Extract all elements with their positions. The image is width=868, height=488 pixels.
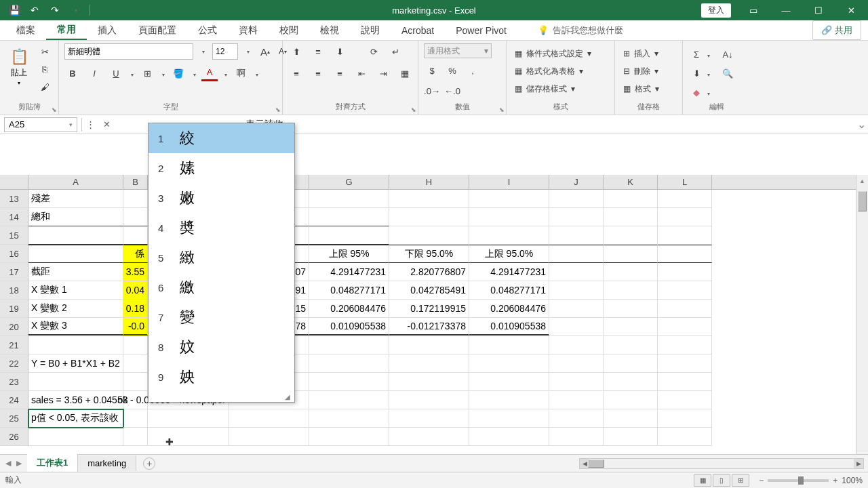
cell[interactable] [389,409,469,428]
column-header[interactable]: J [549,175,604,189]
tab-file[interactable]: 檔案 [5,20,46,40]
insert-cells-button[interactable]: ⊞ 插入 ▾ [620,46,662,61]
select-all-corner[interactable] [0,175,28,189]
column-header[interactable]: K [604,175,658,189]
cell[interactable]: 截距 [28,263,123,281]
cell[interactable]: 下限 95.0% [389,245,469,263]
scrollbar-thumb[interactable] [588,460,604,468]
cell[interactable] [123,226,148,245]
cell[interactable]: 0.010905538 [469,318,549,336]
cell[interactable]: Y = B0 + B1*X1 + B2 [28,354,123,373]
grid-rows[interactable]: 13殘差14總和1516係P-值下限 95%上限 95%下限 95.0%上限 9… [0,190,856,454]
cell[interactable] [389,226,469,245]
cell[interactable]: X 變數 1 [28,281,123,300]
cell[interactable] [604,226,658,245]
cell[interactable] [549,281,604,300]
sort-filter-icon[interactable]: A↓ [719,46,736,62]
copy-icon[interactable]: ⎘ [37,61,53,77]
formula-more-icon[interactable]: ⋮ [82,117,98,132]
column-header[interactable]: A [28,175,123,189]
cell[interactable]: p值 < 0.05, 表示該收 [28,409,123,428]
cell[interactable]: 0.048277171 [469,281,549,300]
indent-dec-icon[interactable]: ⇤ [353,65,370,81]
tab-layout[interactable]: 頁面配置 [127,20,187,40]
cell[interactable] [389,391,469,409]
cell[interactable] [604,208,658,226]
cell[interactable] [549,391,604,409]
font-name-input[interactable] [64,43,193,60]
cell[interactable] [123,208,148,226]
row-header[interactable]: 24 [0,391,28,409]
page-layout-icon[interactable]: ▯ [713,474,730,487]
cell[interactable]: sales = 3.56 + 0.04553 [28,391,123,409]
cell[interactable] [309,208,389,226]
normal-view-icon[interactable]: ▦ [694,474,711,487]
cell[interactable] [229,409,309,428]
cell[interactable] [469,336,549,354]
cell[interactable] [123,409,148,428]
cell[interactable]: 0.048277171 [309,281,389,300]
find-icon[interactable]: 🔍 [719,65,736,81]
cell[interactable] [604,318,658,336]
cell[interactable] [389,428,469,446]
underline-button[interactable]: U [108,65,124,81]
borders-dropdown[interactable] [161,67,165,79]
sheet-tab[interactable]: marketing [78,455,136,471]
ime-candidate[interactable]: 6繳 [149,272,294,302]
font-color-icon[interactable]: A [201,65,218,81]
cell[interactable] [469,190,549,208]
tab-powerpivot[interactable]: Power Pivot [445,20,517,40]
dialog-launcher-icon[interactable]: ⬊ [275,106,281,113]
ime-resize-icon[interactable]: ◢ [149,392,294,402]
font-color-dropdown[interactable] [223,67,227,79]
cell[interactable]: X 變數 2 [28,300,123,318]
cell[interactable] [549,318,604,336]
row-header[interactable]: 22 [0,354,28,373]
zoom-out-icon[interactable]: − [759,476,764,485]
fill-dropdown[interactable] [192,67,196,79]
cell[interactable] [309,354,389,373]
cancel-edit-icon[interactable]: ✕ [98,117,115,132]
row-header[interactable]: 18 [0,281,28,300]
row-header[interactable]: 26 [0,428,28,446]
close-icon[interactable]: ✕ [835,0,867,20]
save-icon[interactable]: 💾 [5,2,23,18]
cell[interactable] [549,263,604,281]
row-header[interactable]: 13 [0,190,28,208]
scroll-right-icon[interactable]: ▶ [854,459,863,468]
scrollbar-thumb[interactable] [858,191,867,211]
cell[interactable] [549,336,604,354]
cell[interactable] [389,208,469,226]
row-header[interactable]: 14 [0,208,28,226]
cell[interactable] [28,336,123,354]
cell[interactable] [604,245,658,263]
percent-icon[interactable]: % [444,62,460,79]
clear-icon[interactable]: ◆ [688,84,705,100]
inc-decimal-icon[interactable]: .0→ [424,83,440,99]
cell[interactable] [658,373,712,391]
row-header[interactable]: 25 [0,409,28,428]
font-size-input[interactable] [212,43,238,60]
cell[interactable] [469,373,549,391]
ime-candidate[interactable]: 3嫩 [149,183,294,213]
sheet-tab-active[interactable]: 工作表1 [27,454,78,473]
cell[interactable]: 0.042785491 [389,281,469,300]
cell[interactable]: 0.206084476 [469,300,549,318]
dec-decimal-icon[interactable]: ←.0 [444,83,460,99]
cell[interactable] [28,428,123,446]
cell[interactable] [28,245,123,263]
cell[interactable]: X 變數 3 [28,318,123,336]
cell[interactable]: -0.0 [123,318,148,336]
font-name-dropdown[interactable] [195,43,211,60]
column-header[interactable]: G [309,175,389,189]
row-header[interactable]: 23 [0,373,28,391]
cell[interactable] [549,208,604,226]
cell[interactable] [658,428,712,446]
cell[interactable]: 上限 95% [309,245,389,263]
row-header[interactable]: 15 [0,226,28,245]
cell[interactable] [604,428,658,446]
cell[interactable] [389,373,469,391]
cell[interactable] [123,190,148,208]
cell[interactable]: 係 [123,245,148,263]
cell[interactable] [148,409,229,428]
